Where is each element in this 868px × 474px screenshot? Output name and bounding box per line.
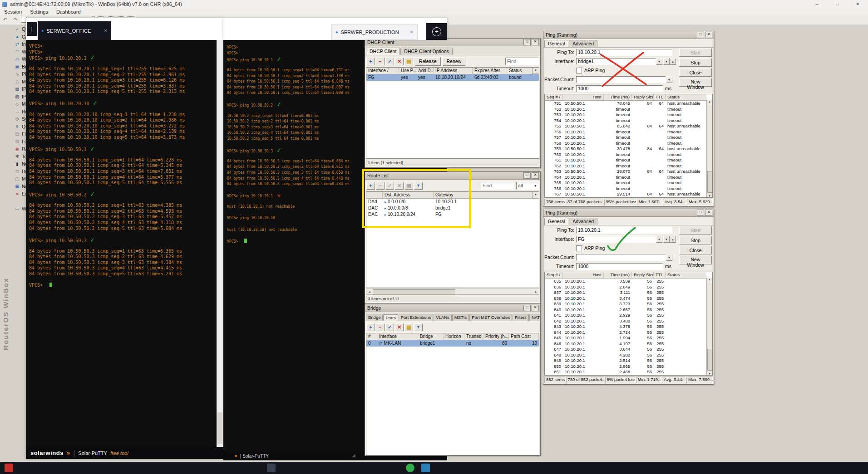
ping-result-row[interactable]: 767 10.50.50.1 29.514 84 64 host unreach… [545, 191, 706, 197]
tab[interactable]: VLANs [434, 314, 452, 321]
column-header[interactable]: Bridge [418, 333, 444, 340]
scroll-up-icon[interactable]: ▲ [708, 100, 711, 103]
taskbar-icon-app[interactable] [267, 464, 276, 472]
column-header[interactable]: Expires After [473, 68, 507, 74]
enable-button[interactable]: ✓ [385, 58, 394, 65]
close-button[interactable]: Close [679, 68, 712, 77]
maximize-icon[interactable]: □ [827, 0, 848, 8]
column-header[interactable]: Add D... [416, 68, 434, 74]
restore-icon[interactable]: □ [697, 210, 704, 216]
new-window-button[interactable]: New Window [679, 78, 712, 87]
menu-item[interactable]: Dashboard [52, 9, 85, 15]
column-header[interactable]: Reply Size [632, 272, 654, 278]
route-horizontal-scrollbar[interactable]: ◄ ► [366, 288, 539, 295]
tab[interactable]: General [544, 40, 568, 48]
ping-result-row[interactable]: 764 10.10.20.1 timeout timeout [545, 175, 706, 181]
ping-result-row[interactable]: 846 10.10.20.1 4.197 56 255 [545, 341, 706, 347]
ping-result-row[interactable]: 765 10.10.20.1 timeout timeout [545, 180, 706, 186]
restore-icon[interactable]: □ [523, 172, 531, 179]
remove-button[interactable]: − [376, 323, 385, 331]
add-button[interactable]: + [366, 58, 375, 65]
ping-result-row[interactable]: 757 10.10.20.1 timeout timeout [545, 135, 706, 141]
tab[interactable]: Advanced [569, 218, 597, 225]
packet-count-input[interactable] [576, 254, 666, 261]
ping-to-input[interactable] [576, 227, 672, 234]
interface-input[interactable] [576, 58, 656, 65]
ping-result-row[interactable]: 845 10.10.20.1 1.994 56 255 [545, 335, 706, 341]
new-window-button[interactable]: New Window [679, 256, 712, 264]
tab[interactable]: General [544, 218, 568, 225]
column-filter-icon[interactable]: ▼ [532, 68, 539, 74]
minimize-icon[interactable]: ─ [807, 0, 827, 8]
disable-button[interactable]: ✕ [395, 58, 404, 65]
ping-result-row[interactable]: 836 10.10.20.1 2.849 56 255 [545, 284, 706, 290]
tab-serwer-office[interactable]: ● SERWER_OFFICE ✕ [38, 21, 111, 40]
filter-button[interactable]: ▼ [414, 323, 423, 331]
ping-result-row[interactable]: 840 10.10.20.1 2.657 56 255 [545, 307, 706, 313]
restore-icon[interactable]: □ [697, 32, 704, 38]
ping-result-row[interactable]: 842 10.10.20.1 3.488 56 255 [545, 318, 706, 324]
ping-result-row[interactable]: 753 10.10.20.1 timeout timeout [545, 112, 706, 118]
column-header[interactable]: Host [563, 272, 604, 278]
tab[interactable]: Port Extensions [399, 314, 434, 321]
comment-button[interactable]: ▤ [404, 323, 413, 331]
ping-result-row[interactable]: 758 10.10.20.1 timeout timeout [545, 141, 706, 147]
chevron-down-icon[interactable]: ▼ [656, 58, 662, 65]
column-header[interactable]: Seq # / [545, 94, 563, 100]
ping-result-row[interactable]: 844 10.10.20.1 2.724 56 255 [545, 330, 706, 336]
ping-result-row[interactable]: 756 10.10.20.1 timeout timeout [545, 129, 706, 135]
timeout-input[interactable] [576, 85, 663, 92]
ping-result-row[interactable]: 752 10.10.20.1 timeout timeout [545, 107, 706, 112]
redo-icon[interactable]: ↷ [12, 16, 19, 24]
ping-result-row[interactable]: 837 10.10.20.1 3.111 56 255 [545, 290, 706, 296]
tab-close-icon[interactable]: ✕ [104, 28, 108, 33]
ping-result-row[interactable]: 848 10.10.20.1 4.282 56 255 [545, 352, 706, 358]
tab-serwer-production[interactable]: ● SERWER_PRODUCTION ✕ [331, 24, 418, 40]
bridge-port-row[interactable]: 0 ⇄MK-LAN bridge1 no 80 10 [366, 340, 539, 347]
tab[interactable]: Filters [513, 314, 529, 321]
ping-result-row[interactable]: 851 10.10.20.1 2.468 56 255 [545, 369, 706, 375]
ping-result-row[interactable]: 849 10.10.20.1 2.514 56 255 [545, 358, 706, 364]
ping-result-row[interactable]: 766 10.10.20.1 timeout timeout [545, 186, 706, 192]
interface-input[interactable] [576, 236, 656, 243]
chevron-down-icon[interactable]: ▼ [656, 236, 662, 243]
scroll-left-icon[interactable]: ◄ [366, 290, 372, 293]
undo-icon[interactable]: ↶ [1, 16, 9, 24]
scroll-up-icon[interactable]: ▲ [708, 278, 711, 281]
ping-result-row[interactable]: 760 10.10.20.1 timeout timeout [545, 152, 706, 158]
column-header[interactable]: TTL [654, 272, 666, 278]
terminal-scrollbar[interactable] [217, 40, 223, 447]
column-header[interactable]: Use P... [399, 68, 416, 74]
start-button[interactable]: Start [679, 226, 712, 235]
taskbar-icon-start[interactable] [5, 464, 13, 472]
close-icon[interactable]: ✕ [532, 172, 539, 179]
column-header[interactable]: Interface [377, 333, 418, 340]
restore-icon[interactable]: □ [523, 39, 531, 45]
scroll-right-icon[interactable]: ► [533, 290, 539, 293]
restore-icon[interactable]: □ [523, 305, 531, 311]
tab[interactable]: Bridge [366, 314, 383, 321]
packet-count-input[interactable] [576, 76, 666, 83]
stop-button[interactable]: Stop [679, 58, 712, 67]
tab[interactable]: DHCP Client Options [400, 48, 452, 55]
add-button[interactable]: + [366, 323, 375, 331]
remove-button[interactable]: − [376, 58, 385, 65]
ping-result-row[interactable]: 835 10.10.20.1 3.539 56 255 [545, 279, 706, 284]
scroll-down-icon[interactable]: ▼ [708, 372, 711, 375]
column-header[interactable]: Seq # / [545, 272, 563, 278]
find-input[interactable] [505, 58, 539, 65]
tab[interactable]: NAT [529, 314, 540, 321]
ping-result-row[interactable]: 755 10.50.50.1 85.842 84 64 host unreach… [545, 123, 706, 129]
column-header[interactable]: Status [666, 94, 706, 100]
ping-result-row[interactable]: 763 10.50.50.1 28.070 84 64 host unreach… [545, 169, 706, 175]
tab[interactable]: Ports [383, 314, 398, 321]
arp-ping-checkbox[interactable] [576, 68, 582, 73]
menu-item[interactable]: Session [0, 9, 26, 15]
route-filter-dropdown[interactable]: all ▼ [516, 182, 539, 190]
ping-result-row[interactable]: 759 10.50.50.1 30.478 84 64 host unreach… [545, 146, 706, 152]
chevron-down-icon[interactable]: ▼ [666, 254, 672, 261]
vertical-scrollbar[interactable]: ▲ ▼ [706, 278, 712, 375]
column-header[interactable]: TTL [654, 94, 666, 100]
ping-result-row[interactable]: 762 10.10.20.1 timeout timeout [545, 163, 706, 169]
close-icon[interactable]: ✕ [532, 39, 539, 45]
